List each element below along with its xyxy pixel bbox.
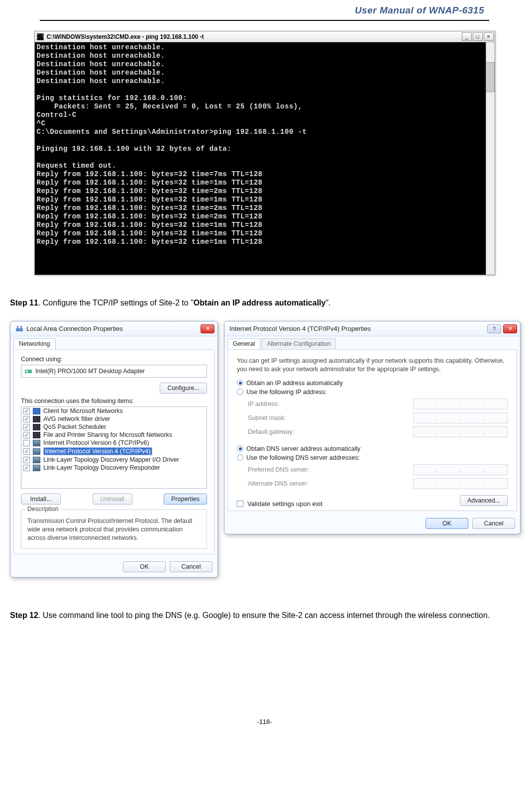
ok-button[interactable]: OK [425, 518, 468, 529]
radio-obtain-dns[interactable]: Obtain DNS server address automatically [237, 445, 508, 452]
step-11-text-a: . Configure the TCP/IP settings of Site-… [38, 299, 194, 307]
install-button[interactable]: Install... [21, 494, 61, 505]
list-item[interactable]: ✓AVG network filter driver [21, 415, 207, 423]
step-12-text: . Use command line tool to ping the DNS … [38, 611, 490, 619]
ok-button[interactable]: OK [123, 561, 166, 572]
tab-alternate[interactable]: Alternate Configuration [261, 338, 336, 349]
close-button[interactable]: ✕ [201, 324, 214, 333]
cmd-titlebar[interactable]: C:\ C:\WINDOWS\system32\CMD.exe - ping 1… [35, 31, 495, 42]
ipv4-intro: You can get IP settings assigned automat… [237, 357, 508, 374]
radio-use-ip[interactable]: Use the following IP address: [237, 389, 508, 396]
connect-using-label: Connect using: [21, 356, 207, 363]
description-text: Transmission Control Protocol/Internet P… [27, 517, 201, 542]
list-item[interactable]: ✓Internet Protocol Version 4 (TCP/IPv4) [21, 447, 207, 456]
subnet-label: Subnet mask: [248, 414, 286, 421]
checkbox-icon[interactable] [23, 440, 30, 446]
close-button[interactable]: ✕ [503, 324, 517, 333]
alt-dns-field: ... [413, 478, 508, 489]
configure-button[interactable]: Configure... [160, 383, 207, 394]
list-item-label: AVG network filter driver [43, 415, 110, 422]
protocol-icon [33, 440, 40, 446]
network-adapter-icon [15, 325, 23, 333]
list-item-label: QoS Packet Scheduler [43, 423, 106, 430]
step-11-text-b: ". [325, 299, 330, 307]
alt-dns-label: Alternate DNS server: [248, 480, 309, 487]
radio-obtain-ip-label: Obtain an IP address automatically [246, 380, 343, 387]
checkbox-icon[interactable]: ✓ [23, 424, 30, 430]
checkbox-icon[interactable]: ✓ [23, 416, 30, 422]
ipv4-title: Internet Protocol Version 4 (TCP/IPv4) P… [229, 325, 487, 332]
list-item-label: Client for Microsoft Networks [43, 407, 123, 414]
list-item[interactable]: ✓File and Printer Sharing for Microsoft … [21, 431, 207, 439]
adapter-field[interactable]: Intel(R) PRO/1000 MT Desktop Adapter [21, 365, 207, 378]
advanced-button[interactable]: Advanced... [460, 495, 508, 506]
checkbox-icon[interactable]: ✓ [23, 408, 30, 414]
close-button[interactable]: × [484, 32, 494, 41]
cancel-button[interactable]: Cancel [170, 561, 212, 572]
list-item[interactable]: Internet Protocol Version 6 (TCP/IPv6) [21, 439, 207, 447]
gateway-field: ... [413, 426, 508, 437]
uninstall-button[interactable]: Uninstall [93, 494, 132, 505]
list-item-label: Internet Protocol Version 6 (TCP/IPv6) [43, 439, 149, 446]
description-title: Description [25, 506, 61, 512]
minimize-button[interactable]: _ [462, 32, 472, 41]
list-item-label: Internet Protocol Version 4 (TCP/IPv4) [43, 447, 152, 455]
checkbox-icon[interactable]: ✓ [23, 465, 30, 471]
svg-rect-4 [26, 371, 28, 372]
subnet-field: ... [413, 412, 508, 423]
radio-icon [237, 389, 243, 395]
items-label: This connection uses the following items… [21, 398, 207, 405]
tab-general[interactable]: General [227, 338, 260, 349]
protocol-icon [33, 457, 40, 463]
cmd-output[interactable]: Destination host unreachable. Destinatio… [35, 42, 495, 275]
header-divider [40, 20, 489, 21]
svg-rect-0 [16, 328, 23, 331]
checkbox-icon[interactable]: ✓ [23, 457, 30, 463]
protocol-icon [33, 408, 40, 414]
protocol-icon [33, 424, 40, 430]
cmd-window: C:\ C:\WINDOWS\system32\CMD.exe - ping 1… [34, 31, 495, 275]
ip-address-field: ... [413, 399, 508, 409]
help-button[interactable]: ? [487, 324, 501, 333]
checkbox-icon[interactable]: ✓ [23, 432, 30, 438]
list-item[interactable]: ✓Link-Layer Topology Discovery Responder [21, 464, 207, 472]
validate-label: Validate settings upon exit [247, 500, 322, 508]
list-item-label: Link-Layer Topology Discovery Mapper I/O… [43, 456, 179, 463]
cmd-app-icon: C:\ [37, 33, 44, 40]
cmd-scrollbar[interactable] [486, 42, 495, 275]
step-12-paragraph: Step 12. Use command line tool to ping t… [10, 608, 519, 623]
radio-use-ip-label: Use the following IP address: [246, 389, 327, 396]
page-header-title: User Manual of WNAP-6315 [5, 0, 524, 20]
radio-use-dns[interactable]: Use the following DNS server addresses: [237, 454, 508, 461]
radio-obtain-ip[interactable]: Obtain an IP address automatically [237, 380, 508, 387]
gateway-label: Default gateway: [248, 428, 294, 435]
step-12-label: Step 12 [10, 611, 38, 619]
lac-titlebar[interactable]: Local Area Connection Properties ✕ [10, 321, 217, 336]
step-11-label: Step 11 [10, 299, 38, 307]
adapter-name: Intel(R) PRO/1000 MT Desktop Adapter [35, 368, 145, 375]
maximize-button[interactable]: □ [473, 32, 483, 41]
list-item[interactable]: ✓QoS Packet Scheduler [21, 423, 207, 431]
ipv4-titlebar[interactable]: Internet Protocol Version 4 (TCP/IPv4) P… [224, 321, 520, 336]
list-item[interactable]: ✓Link-Layer Topology Discovery Mapper I/… [21, 456, 207, 464]
svg-rect-1 [17, 326, 18, 328]
ip-address-label: IP address: [248, 401, 279, 407]
validate-checkbox[interactable]: Validate settings upon exit [237, 500, 322, 508]
radio-icon [237, 454, 243, 461]
radio-icon [237, 445, 243, 452]
network-items-list[interactable]: ✓Client for Microsoft Networks✓AVG netwo… [21, 406, 207, 489]
checkbox-icon [237, 501, 243, 507]
checkbox-icon[interactable]: ✓ [23, 448, 30, 455]
step-11-paragraph: Step 11. Configure the TCP/IP settings o… [10, 295, 519, 311]
cmd-scroll-thumb[interactable] [486, 62, 495, 92]
list-item[interactable]: ✓Client for Microsoft Networks [21, 407, 207, 415]
properties-button[interactable]: Properties [164, 494, 207, 505]
ipv4-dialog: Internet Protocol Version 4 (TCP/IPv4) P… [224, 321, 521, 534]
svg-rect-2 [20, 326, 22, 328]
tab-networking[interactable]: Networking [13, 338, 56, 349]
protocol-icon [33, 416, 40, 422]
cancel-button[interactable]: Cancel [472, 518, 515, 529]
list-item-label: Link-Layer Topology Discovery Responder [43, 464, 160, 471]
lac-title: Local Area Connection Properties [26, 325, 201, 332]
page-number: -118- [5, 713, 524, 745]
